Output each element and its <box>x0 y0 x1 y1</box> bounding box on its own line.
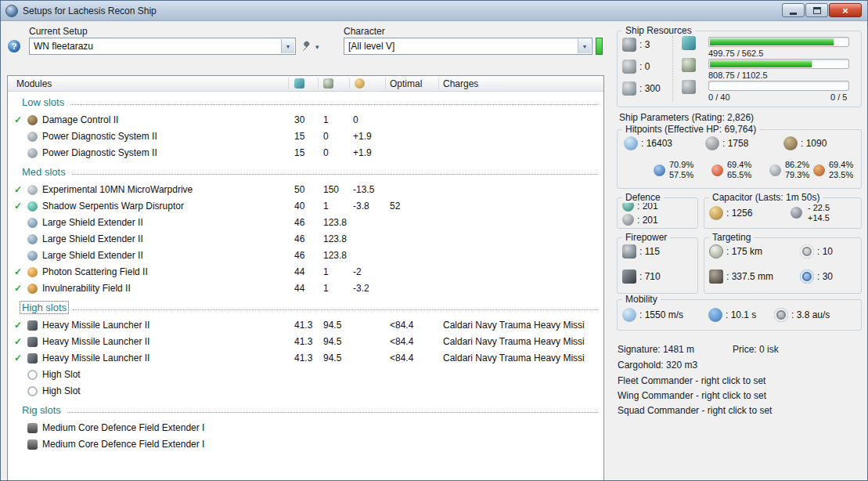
module-row[interactable]: High Slot <box>8 367 603 383</box>
module-row[interactable]: Power Diagnostic System II150+1.9 <box>8 145 603 161</box>
maximize-button[interactable] <box>805 3 828 17</box>
cap-usage: -3.2 <box>353 280 369 297</box>
kinetic-armor-resist: 79.3% <box>785 170 809 180</box>
turret-hardpoints: : 3 <box>622 38 650 52</box>
armor-icon <box>705 136 719 150</box>
cpu-bar <box>708 37 849 47</box>
slot-section-header[interactable]: Low slots <box>8 92 603 112</box>
fleet-commander-setter[interactable]: Fleet Commander - right click to set <box>618 375 765 386</box>
active-check-icon: ✓ <box>14 350 22 367</box>
targeting-group: : 175 km : 10 : 337.5 mm : 30 <box>704 237 862 294</box>
module-icon <box>27 320 38 331</box>
launcher-hardpoints-value: : 0 <box>639 61 650 72</box>
agility-icon <box>708 308 722 322</box>
ship-resources-group: : 3 : 0 : 300 499.75 / 562.5 808.75 / 11… <box>617 31 862 107</box>
cap-usage: -3.8 <box>353 198 369 215</box>
powergrid-icon <box>682 58 696 72</box>
ship-resources-label: Ship Resources <box>622 25 695 36</box>
firepower-group: : 115 : 710 <box>617 237 698 294</box>
squad-commander-setter[interactable]: Squad Commander - right click to set <box>618 405 772 416</box>
module-row[interactable]: ✓Heavy Missile Launcher II41.394.5<84.4C… <box>8 317 603 334</box>
speed-icon <box>622 308 636 322</box>
module-name: Damage Control II <box>42 112 118 128</box>
cpu-usage: 30 <box>294 112 304 128</box>
powergrid-usage: 1 <box>323 280 329 297</box>
calibration-value: : 300 <box>639 83 661 94</box>
module-row[interactable]: High Slot <box>8 383 603 400</box>
dps-icon <box>622 269 636 284</box>
slot-section-header[interactable]: Med slots <box>8 161 603 182</box>
module-name: Heavy Missile Launcher II <box>42 350 149 367</box>
module-name: High Slot <box>42 383 81 400</box>
modules-table-header[interactable]: Modules Optimal Charges <box>8 76 603 92</box>
armor-repair-icon <box>622 214 634 226</box>
powergrid-usage: 150 <box>323 182 339 198</box>
module-row[interactable]: Large Shield Extender II46123.8 <box>8 231 603 248</box>
module-icon <box>27 337 38 347</box>
module-row[interactable]: Medium Core Defence Field Extender I <box>8 420 603 436</box>
help-icon[interactable] <box>8 40 20 52</box>
character-value: [All level V] <box>348 41 394 52</box>
kinetic-shield-resist: 86.2% <box>785 160 809 170</box>
powergrid-column-icon <box>323 78 333 89</box>
turret-volley-icon <box>622 244 636 259</box>
em-armor-resist: 57.5% <box>669 170 693 180</box>
defence-label: Defence <box>622 192 664 203</box>
targeting-range: : 175 km <box>709 244 762 259</box>
slot-section-header[interactable]: High slots <box>8 297 603 317</box>
slot-section-header[interactable]: Rig slots <box>8 400 603 420</box>
active-check-icon: ✓ <box>14 264 22 280</box>
powergrid-usage: 123.8 <box>323 248 347 264</box>
close-button[interactable] <box>829 3 862 17</box>
section-divider <box>72 174 597 175</box>
charge-name: Caldari Navy Trauma Heavy Missi <box>443 350 601 367</box>
module-row[interactable]: ✓Experimental 10MN MicroWarpdrive50150-1… <box>8 182 603 198</box>
module-icon <box>27 234 38 244</box>
cpu-usage: 44 <box>294 280 304 297</box>
modules-list: Low slots✓Damage Control II3010Power Dia… <box>8 92 603 453</box>
cpu-bar-fill <box>710 38 834 45</box>
module-row[interactable]: Large Shield Extender II46123.8 <box>8 215 603 231</box>
cpu-usage: 41.3 <box>294 350 312 367</box>
thermal-resist: 69.4%65.5% <box>711 160 751 180</box>
column-separator <box>349 78 350 89</box>
max-targets-icon <box>800 244 814 259</box>
powergrid-usage: 1 <box>323 112 329 128</box>
capacitor-delta: - 22.5+14.5 <box>808 203 830 223</box>
current-setup-combobox[interactable]: WN fleetarazu <box>29 38 296 55</box>
module-name: Large Shield Extender II <box>42 215 143 231</box>
module-row[interactable]: ✓Invulnerability Field II441-3.2 <box>8 280 603 297</box>
chevron-down-icon[interactable] <box>578 39 591 53</box>
module-row[interactable]: Power Diagnostic System II150+1.9 <box>8 128 603 145</box>
cpu-icon <box>682 36 696 50</box>
kinetic-resist-icon <box>769 165 781 176</box>
section-divider <box>73 309 597 310</box>
hull-hp-value: : 1090 <box>801 138 827 149</box>
cap-usage: 0 <box>353 112 358 128</box>
targeting-range-value: : 175 km <box>726 246 762 257</box>
module-row[interactable]: Large Shield Extender II46123.8 <box>8 248 603 264</box>
capacitor-label: Capacitor (Lasts: 1m 50s) <box>709 192 823 203</box>
setup-tools-button[interactable] <box>301 38 331 55</box>
wing-commander-setter[interactable]: Wing Commander - right click to set <box>618 390 766 401</box>
character-combobox[interactable]: [All level V] <box>344 38 592 55</box>
signature-text: Signature: 1481 m <box>618 344 694 355</box>
module-row[interactable]: ✓Photon Scattering Field II441-2 <box>8 264 603 280</box>
module-icon <box>27 218 38 228</box>
module-row[interactable]: ✓Shadow Serpentis Warp Disruptor401-3.85… <box>8 198 603 215</box>
module-row[interactable]: ✓Damage Control II3010 <box>8 112 603 128</box>
calibration-icon <box>622 81 636 96</box>
column-separator <box>288 78 289 89</box>
module-row[interactable]: ✓Heavy Missile Launcher II41.394.5<84.4C… <box>8 334 603 350</box>
minimize-button[interactable] <box>782 3 805 17</box>
module-name: Medium Core Defence Field Extender I <box>42 436 204 453</box>
optimal-range: <84.4 <box>390 317 413 334</box>
kinetic-resist: 86.2%79.3% <box>769 160 809 180</box>
chevron-down-icon[interactable] <box>281 39 294 53</box>
cap-usage: -2 <box>353 264 362 280</box>
module-row[interactable]: ✓Heavy Missile Launcher II41.394.5<84.4C… <box>8 350 603 367</box>
explosive-resist: 69.4%23.5% <box>813 160 853 180</box>
title-bar[interactable]: Setups for Lachesis Recon Ship <box>1 1 867 21</box>
module-row[interactable]: Medium Core Defence Field Extender I <box>8 436 603 453</box>
speed-value: : 1550 m/s <box>639 309 683 320</box>
